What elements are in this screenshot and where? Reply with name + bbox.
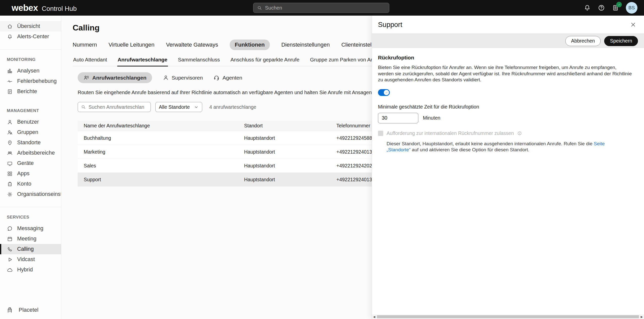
international-callback-checkbox[interactable]: [378, 131, 383, 136]
sidebar-item-label: Hybrid: [17, 267, 33, 273]
global-search-input[interactable]: [265, 5, 386, 11]
scroll-left-icon[interactable]: ◀: [372, 314, 376, 319]
search-icon: [81, 104, 86, 110]
global-search[interactable]: [253, 3, 389, 13]
chevron-down-icon: [194, 105, 199, 110]
international-callback-row: Aufforderung zur internationalen Rückruf…: [378, 130, 636, 136]
location-filter-dropdown[interactable]: Alle Standorte: [155, 102, 202, 112]
sidebar-item-organisationseinstellungen[interactable]: Organisationseinstellun...: [0, 189, 61, 199]
sidebar-item-geraete[interactable]: Geräte: [0, 158, 61, 168]
sidebar-item-hybrid[interactable]: Hybrid: [0, 265, 61, 275]
tab-virtuelle-leitungen[interactable]: Virtuelle Leitungen: [109, 40, 155, 50]
subtab-sammelanschluss[interactable]: Sammelanschluss: [178, 57, 220, 66]
building-icon: [7, 181, 13, 187]
subtab-anschluss-geparkte-anrufe[interactable]: Anschluss für geparkte Anrufe: [230, 57, 300, 66]
international-callback-label: Aufforderung zur internationalen Rückruf…: [387, 130, 514, 136]
home-icon: [7, 23, 13, 29]
calendar-icon: [7, 236, 13, 242]
sidebar-item-label: Alerts-Center: [17, 33, 49, 40]
sidebar-item-calling[interactable]: Calling: [0, 244, 61, 254]
tab-diensteinstellungen[interactable]: Diensteinstellungen: [281, 40, 330, 50]
queue-location: Hauptstandort: [238, 149, 330, 155]
avatar[interactable]: BS: [626, 2, 637, 14]
pill-agenten[interactable]: Agenten: [213, 72, 242, 83]
sidebar-item-apps[interactable]: Apps: [0, 168, 61, 179]
location-filter-value: Alle Standorte: [159, 104, 190, 110]
panel-title: Support: [378, 21, 402, 29]
tab-verwaltete-gateways[interactable]: Verwaltete Gateways: [166, 40, 218, 50]
search-icon: [257, 5, 262, 11]
device-icon: [7, 160, 13, 166]
workspace-icon: [7, 150, 13, 156]
callback-section-description: Bieten Sie eine Rückrufoption für Anrufe…: [378, 64, 633, 83]
sidebar-item-label: Messaging: [17, 225, 43, 232]
play-icon: [7, 257, 13, 263]
sidebar-item-analysen[interactable]: Analysen: [0, 66, 61, 76]
queue-search-input[interactable]: [89, 104, 148, 110]
close-icon[interactable]: [630, 21, 636, 28]
queue-search[interactable]: [78, 102, 151, 112]
pill-anrufwarteschlangen[interactable]: Anrufwarteschlangen: [78, 72, 152, 83]
app-logo[interactable]: webex Control Hub: [12, 3, 77, 13]
tasks-complete-badge: [616, 2, 622, 7]
queue-icon: [83, 75, 90, 81]
sidebar-item-arbeitsbereiche[interactable]: Arbeitsbereiche: [0, 148, 61, 158]
pill-supervisoren[interactable]: Supervisoren: [163, 72, 203, 83]
onboarding-tasks-button[interactable]: [612, 4, 619, 12]
column-header-standort[interactable]: Standort: [238, 123, 330, 129]
scroll-right-icon[interactable]: ▶: [639, 314, 644, 319]
queue-location: Hauptstandort: [238, 163, 330, 169]
report-icon: [7, 89, 13, 95]
save-button[interactable]: Speichern: [604, 36, 638, 46]
help-icon[interactable]: [598, 4, 605, 12]
sidebar-item-alerts-center[interactable]: Alerts-Center: [0, 31, 61, 42]
info-icon[interactable]: [517, 131, 522, 136]
scrollbar-thumb[interactable]: [377, 315, 639, 318]
sidebar-section-services: SERVICES: [7, 215, 61, 220]
sidebar-item-messaging[interactable]: Messaging: [0, 223, 61, 234]
column-header-name[interactable]: Name der Anrufwarteschlange: [78, 123, 238, 129]
sidebar-item-vidcast[interactable]: Vidcast: [0, 254, 61, 265]
horizontal-scrollbar[interactable]: ◀ ▶: [372, 314, 644, 319]
sidebar-section-management: MANAGEMENT: [7, 108, 61, 113]
tab-nummern[interactable]: Nummern: [73, 40, 97, 50]
grid-icon: [7, 171, 13, 177]
sidebar-item-label: Berichte: [17, 88, 37, 95]
pill-label: Supervisoren: [172, 75, 203, 81]
cancel-button[interactable]: Abbrechen: [565, 36, 601, 46]
people-icon: [7, 129, 13, 135]
sidebar-item-uebersicht[interactable]: Übersicht: [0, 21, 61, 31]
headset-icon: [213, 75, 220, 81]
panel-toolbar: Abbrechen Speichern: [372, 34, 644, 48]
min-time-unit: Minuten: [423, 115, 440, 121]
sidebar-item-label: Apps: [17, 170, 30, 177]
sidebar-item-label: Organisationseinstellun...: [17, 191, 61, 197]
sidebar-item-standorte[interactable]: Standorte: [0, 137, 61, 148]
tab-funktionen[interactable]: Funktionen: [230, 40, 270, 50]
sidebar-item-label: Analysen: [17, 68, 39, 74]
sidebar-item-gruppen[interactable]: Gruppen: [0, 127, 61, 137]
sidebar-item-berichte[interactable]: Berichte: [0, 86, 61, 97]
queue-location: Hauptstandort: [238, 135, 330, 141]
sidebar-item-label: Vidcast: [17, 256, 35, 263]
sidebar-item-konto[interactable]: Konto: [0, 179, 61, 189]
location-icon: [7, 140, 13, 146]
note-text: auf und aktivieren Sie diese Option für …: [411, 147, 529, 152]
sidebar-item-label: Calling: [17, 246, 34, 252]
sidebar-item-placetel[interactable]: Placetel: [0, 304, 61, 316]
toggle-knob: [384, 90, 389, 95]
sidebar-item-label: Placetel: [19, 307, 38, 313]
callback-section-title: Rückrufoption: [378, 55, 636, 61]
result-count: 4 anrufwarteschlange: [209, 104, 256, 110]
sidebar-item-fehlerbehebung[interactable]: Fehlerbehebung: [0, 76, 61, 86]
queue-name: Buchhaltung: [78, 135, 238, 141]
subtab-anrufwarteschlange[interactable]: Anrufwarteschlange: [117, 57, 168, 66]
min-time-input[interactable]: [378, 113, 418, 123]
sidebar-item-benutzer[interactable]: Benutzer: [0, 117, 61, 127]
queue-location: Hauptstandort: [238, 177, 330, 183]
notifications-icon[interactable]: [583, 4, 591, 12]
subtab-auto-attendant[interactable]: Auto Attendant: [73, 57, 108, 66]
sidebar-item-meeting[interactable]: Meeting: [0, 234, 61, 244]
callback-toggle[interactable]: [378, 89, 390, 96]
sidebar-item-label: Übersicht: [17, 23, 40, 29]
